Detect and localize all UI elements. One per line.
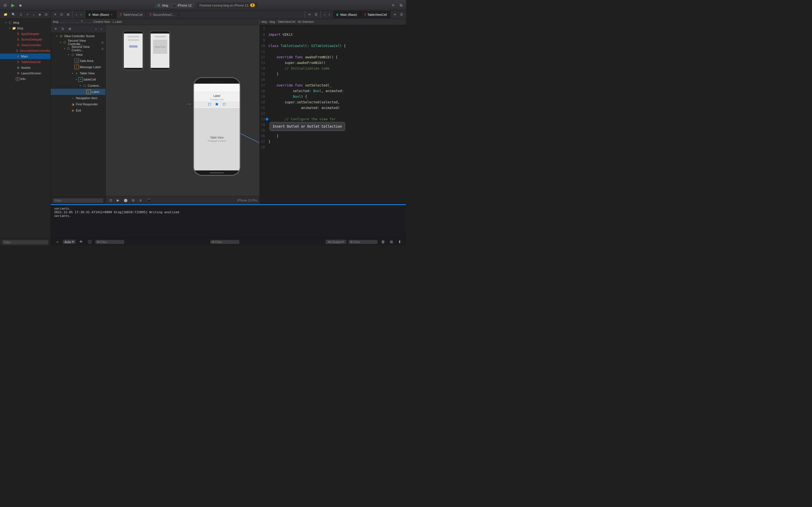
- linenum-12: 12: [259, 54, 268, 60]
- nav-bookmark-icon[interactable]: ◈: [37, 12, 42, 17]
- scheme-selector[interactable]: ⚙ blog › 📱 iPhone 12: [154, 3, 194, 8]
- rbc-tvc[interactable]: TableViewCell: [278, 20, 296, 23]
- nav-project-row[interactable]: ▾ ⬡ blog: [0, 20, 50, 25]
- bc-t[interactable]: T ...: [81, 20, 86, 23]
- tab-main-base-right[interactable]: ◧ Main (Base): [333, 11, 361, 18]
- sb-split-btn[interactable]: ⫼: [138, 198, 144, 203]
- nav-group-row[interactable]: ▾ 📁 blog: [0, 25, 50, 31]
- tab-main-close-left[interactable]: ✕: [110, 13, 113, 16]
- tableview-row[interactable]: ▾ ≡ Table View: [51, 70, 105, 76]
- view-row[interactable]: ▾ □ View: [51, 52, 105, 58]
- auto-selector[interactable]: Auto ▾: [63, 240, 75, 244]
- outline-forward-btn[interactable]: ›: [99, 26, 103, 32]
- navitem-row[interactable]: ▸ ‹ Navigation Item: [51, 95, 105, 101]
- output-selector[interactable]: All Output ▾: [326, 240, 346, 244]
- layout-toggle-btn[interactable]: ⧉: [398, 2, 404, 8]
- outline-back-btn[interactable]: ‹: [94, 26, 98, 32]
- second-vc-row[interactable]: ▾ ⬡ Second View Contro... ⚠: [51, 45, 105, 52]
- safearea-row[interactable]: ▸ ▢ Safe Area: [51, 58, 105, 64]
- nav-test-icon[interactable]: ✓: [25, 12, 30, 17]
- back-btn-right[interactable]: ‹: [322, 11, 326, 17]
- label-row[interactable]: ▸ L Label: [51, 89, 105, 95]
- expand-console-btn[interactable]: ⬆: [397, 239, 403, 245]
- nav-item-secondvc[interactable]: ▸ S SecondViewController: [0, 48, 50, 54]
- info-btn[interactable]: ⓘ: [87, 238, 93, 245]
- nav-history-icon[interactable]: ⊡: [43, 12, 49, 17]
- msglabel-row[interactable]: ▸ L Message Label: [51, 64, 105, 70]
- exit-row[interactable]: ▸ ⊗ Exit: [51, 107, 105, 114]
- right-inspector-btn[interactable]: ⇔: [392, 12, 398, 17]
- contentview-row[interactable]: ▾ □ Content...: [51, 82, 105, 89]
- nav-item-assets[interactable]: ▸ ⊞ Assets: [0, 65, 50, 70]
- outline-expand-btn[interactable]: ⊡: [60, 26, 65, 32]
- nav-item-tableviewcell[interactable]: ▸ S TableViewCell: [0, 59, 50, 65]
- warning-badge[interactable]: 1: [250, 3, 255, 7]
- inspector-btn[interactable]: ☰: [313, 12, 319, 17]
- outline-filter-input[interactable]: [53, 198, 103, 203]
- sb-device-btn[interactable]: 📱: [146, 198, 153, 203]
- stop-btn[interactable]: ■: [18, 2, 23, 8]
- bc-sep5: ›: [79, 20, 80, 23]
- nav-item-scenedelegate[interactable]: ▸ S SceneDelegate: [0, 37, 50, 42]
- nav-debug-icon[interactable]: ⬦: [31, 12, 36, 17]
- tab-secondvc-left[interactable]: S SecondViewC...: [146, 11, 179, 18]
- right-filter-area[interactable]: ⊞: [349, 240, 377, 244]
- rbc-blog1[interactable]: blog: [262, 20, 267, 23]
- sb-record-btn[interactable]: ⬤: [122, 198, 129, 203]
- nav-item-launchscreen[interactable]: ▸ ✕ LaunchScreen: [0, 70, 50, 76]
- back-btn-left[interactable]: ‹: [74, 11, 79, 17]
- add-file-btn[interactable]: ＋: [54, 238, 61, 245]
- sb-link-btn[interactable]: ⧉: [131, 198, 136, 203]
- sb-adjust-btn[interactable]: ⊡: [108, 198, 114, 203]
- outline-layout-btn[interactable]: ⊞: [67, 26, 72, 32]
- bc-dots3[interactable]: ...: [71, 20, 73, 23]
- forward-btn-left[interactable]: ›: [79, 11, 83, 17]
- bc-dots1[interactable]: ...: [61, 20, 63, 23]
- bc-label[interactable]: L Label: [113, 20, 122, 23]
- nav-item-appdelegate[interactable]: ▸ S AppDelegate: [0, 31, 50, 37]
- bc-dots2[interactable]: ...: [66, 20, 68, 23]
- close-left-editor-btn[interactable]: ✕: [52, 12, 58, 17]
- center-filter-area[interactable]: ⊞: [210, 240, 239, 244]
- forward-btn-right[interactable]: ›: [327, 11, 331, 17]
- outlet-dot[interactable]: [266, 118, 268, 121]
- right-panel-btn[interactable]: ☰: [399, 12, 404, 17]
- nav-warning-icon[interactable]: ⚠: [18, 12, 24, 17]
- split-console-btn[interactable]: ⊞: [389, 239, 395, 245]
- bc-blog[interactable]: blog: [53, 20, 58, 23]
- bc-dots4[interactable]: ...: [76, 20, 78, 23]
- expand-left-btn[interactable]: ⊡: [59, 12, 64, 17]
- tablecell-row[interactable]: ▾ ≡ tableCell: [51, 76, 105, 82]
- bc-contentview[interactable]: Content View: [93, 20, 110, 23]
- nav-item-info[interactable]: ▸ ≡ Info: [0, 76, 50, 82]
- left-filter-input[interactable]: [100, 240, 123, 244]
- tab-tableviewcell-right[interactable]: S TableViewCell: [361, 11, 391, 18]
- outline-close-btn[interactable]: ✕: [53, 26, 58, 32]
- add-btn[interactable]: ＋: [389, 1, 397, 9]
- firstresponder-row[interactable]: ▸ ◑ First Responder: [51, 101, 105, 107]
- nav-item-viewcontroller[interactable]: ▸ S ViewController: [0, 42, 50, 48]
- nav-search-icon[interactable]: 🔍: [10, 12, 17, 17]
- nav-filter-input[interactable]: [2, 240, 48, 244]
- rbc-blog2[interactable]: blog: [269, 20, 275, 23]
- sb-play-btn[interactable]: ▶: [115, 198, 121, 203]
- nav-item-main[interactable]: ▸ ✕ Main: [0, 54, 50, 59]
- tab-tvc-icon-right: S: [364, 13, 366, 16]
- eye-btn[interactable]: 👁: [78, 239, 84, 245]
- code-line-12: 12 override func awakeFromNib() {: [259, 54, 406, 60]
- split-view-btn[interactable]: ⇔: [307, 12, 312, 17]
- right-filter-input[interactable]: [353, 240, 376, 244]
- canvas-area[interactable]: Table View →: [106, 25, 259, 196]
- scene-vc-row[interactable]: ▾ ⊙ View Controller Scene: [51, 33, 105, 39]
- trash-btn[interactable]: 🗑: [380, 239, 386, 245]
- left-filter-area[interactable]: ⊞: [95, 240, 124, 244]
- tab-tableviewcell-left[interactable]: S TableViewCell: [116, 11, 146, 18]
- nav-folder-icon[interactable]: 📁: [2, 12, 9, 17]
- layout-left-btn[interactable]: ⊞: [65, 12, 71, 17]
- bc-dots5[interactable]: ...: [88, 20, 91, 23]
- tab-main-base-left[interactable]: ◧ Main (Base) ✕: [85, 11, 116, 18]
- run-btn[interactable]: ▶: [10, 2, 16, 9]
- second-vc-scene-row[interactable]: ▾ ⬡ Second View Controlle... ⚠: [51, 39, 105, 45]
- sidebar-toggle-btn[interactable]: ⊟: [2, 2, 8, 8]
- center-filter-input[interactable]: [215, 240, 238, 244]
